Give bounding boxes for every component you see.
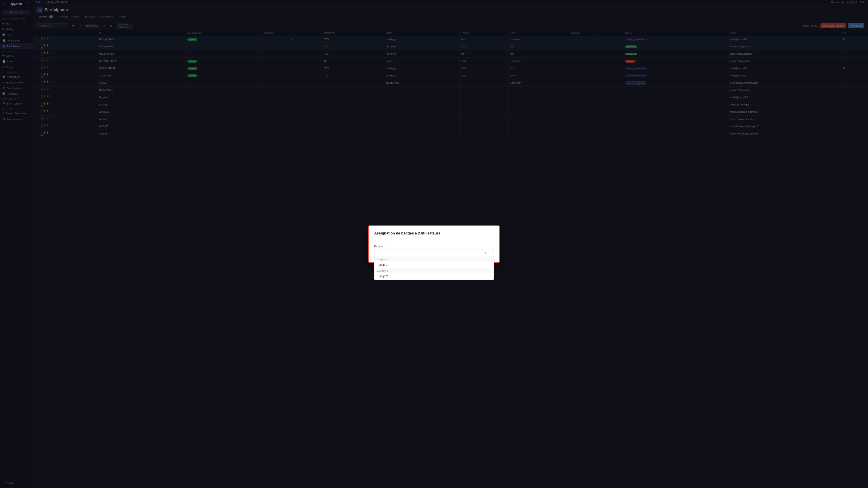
category-2-label: Catégorie 2 [374, 268, 494, 273]
modal-overlay[interactable]: Assignation de badges à 2 utilisateurs B… [0, 0, 868, 488]
badge-1-option[interactable]: Badge 1 [374, 261, 494, 268]
badges-select-container: ▼ Catégorie 1 Badge 1 Catégorie 2 Badge … [374, 249, 494, 257]
category-1-label: Catégorie 1 [374, 257, 494, 261]
modal-title: Assignation de badges à 2 utilisateurs [374, 231, 494, 235]
badges-dropdown: Catégorie 1 Badge 1 Catégorie 2 Badge 2 [374, 257, 494, 280]
badge-assignment-modal: Assignation de badges à 2 utilisateurs B… [368, 225, 500, 263]
chevron-down-icon: ▼ [485, 252, 487, 254]
badges-label: Badges : [374, 245, 494, 248]
modal-divider [369, 240, 499, 240]
badge-2-option[interactable]: Badge 2 [374, 273, 494, 280]
badges-select-box[interactable]: ▼ [374, 249, 494, 257]
